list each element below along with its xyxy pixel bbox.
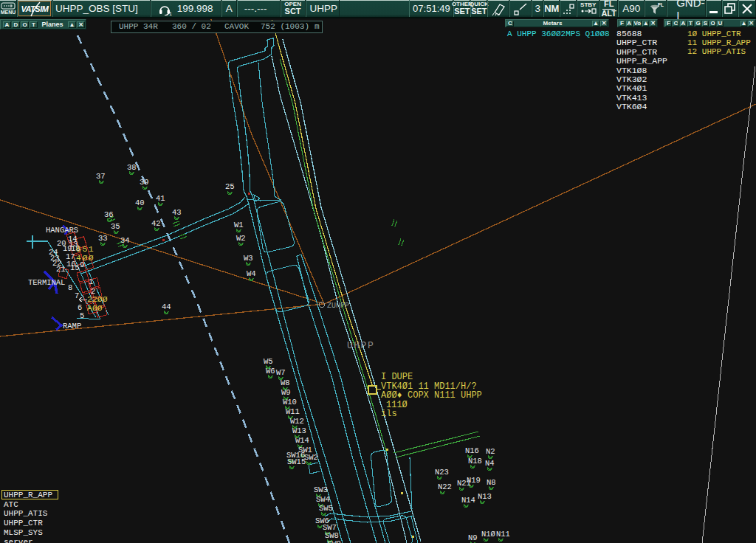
svg-text:SW3: SW3 bbox=[314, 485, 328, 494]
svg-text:34: 34 bbox=[120, 236, 130, 245]
svg-text:UHPP: UHPP bbox=[347, 340, 374, 351]
svg-text:W14: W14 bbox=[295, 436, 309, 445]
svg-text:W5: W5 bbox=[264, 357, 273, 366]
svg-text:HANGARS: HANGARS bbox=[46, 226, 78, 235]
svg-text:W4: W4 bbox=[247, 269, 256, 278]
svg-text:21: 21 bbox=[56, 265, 66, 274]
svg-text:43: 43 bbox=[172, 208, 182, 217]
svg-text:N18: N18 bbox=[468, 457, 482, 466]
svg-text:N14: N14 bbox=[461, 496, 475, 505]
svg-text:25: 25 bbox=[225, 182, 235, 191]
svg-text:W11: W11 bbox=[286, 407, 300, 416]
svg-text:N1Ø: N1Ø bbox=[481, 530, 495, 539]
svg-text:N11: N11 bbox=[496, 530, 510, 539]
svg-text:FL: FL bbox=[658, 2, 664, 7]
svg-text:W6: W6 bbox=[266, 367, 275, 376]
svg-text:W8: W8 bbox=[281, 378, 290, 387]
svg-text:35: 35 bbox=[111, 222, 120, 231]
svg-text:38: 38 bbox=[127, 163, 137, 172]
svg-text:W2: W2 bbox=[236, 234, 246, 243]
svg-text:41: 41 bbox=[156, 194, 165, 203]
svg-text:7: 7 bbox=[75, 291, 79, 300]
svg-text:W12: W12 bbox=[290, 417, 304, 426]
svg-text:N23: N23 bbox=[435, 468, 449, 477]
svg-text:N16: N16 bbox=[465, 446, 479, 455]
svg-text:ils: ils bbox=[381, 409, 397, 419]
svg-text:SW4: SW4 bbox=[316, 495, 330, 504]
svg-text:8: 8 bbox=[68, 283, 72, 292]
svg-text:4ØØ: 4ØØ bbox=[76, 253, 94, 263]
svg-text:40: 40 bbox=[135, 198, 145, 207]
svg-text:W1: W1 bbox=[234, 221, 244, 229]
svg-text:N22: N22 bbox=[438, 483, 452, 491]
svg-text:TERMINAL: TERMINAL bbox=[28, 278, 65, 287]
svg-text:15: 15 bbox=[70, 263, 80, 272]
svg-text:44: 44 bbox=[162, 302, 171, 311]
svg-text:AØØ: AØØ bbox=[87, 303, 103, 313]
svg-text:N2: N2 bbox=[486, 447, 495, 456]
svg-text:RAMP: RAMP bbox=[63, 322, 81, 331]
svg-text:W10: W10 bbox=[283, 398, 297, 407]
svg-text:1: 1 bbox=[169, 11, 172, 15]
svg-text:W13: W13 bbox=[292, 426, 306, 435]
svg-text:N8: N8 bbox=[487, 478, 496, 487]
svg-text:N13: N13 bbox=[478, 492, 492, 501]
svg-text:39: 39 bbox=[140, 178, 149, 187]
svg-text:ZUHPP: ZUHPP bbox=[327, 302, 349, 310]
svg-text:N9: N9 bbox=[468, 533, 478, 542]
svg-text:37: 37 bbox=[96, 172, 106, 181]
svg-text:SW5: SW5 bbox=[319, 504, 333, 513]
svg-text:W9: W9 bbox=[281, 388, 291, 397]
svg-text:5: 5 bbox=[80, 311, 84, 320]
svg-text:SW2: SW2 bbox=[304, 453, 318, 462]
svg-text:W7: W7 bbox=[276, 368, 286, 377]
svg-text:W3: W3 bbox=[244, 254, 253, 263]
svg-text:SW9: SW9 bbox=[327, 539, 341, 543]
svg-text:42: 42 bbox=[151, 219, 161, 228]
svg-text:N19: N19 bbox=[467, 476, 481, 485]
svg-text:N4: N4 bbox=[485, 459, 495, 468]
svg-text:1: 1 bbox=[89, 277, 93, 286]
svg-text:33: 33 bbox=[98, 234, 108, 243]
svg-text:36: 36 bbox=[104, 210, 114, 219]
svg-text:SW15: SW15 bbox=[287, 457, 306, 466]
